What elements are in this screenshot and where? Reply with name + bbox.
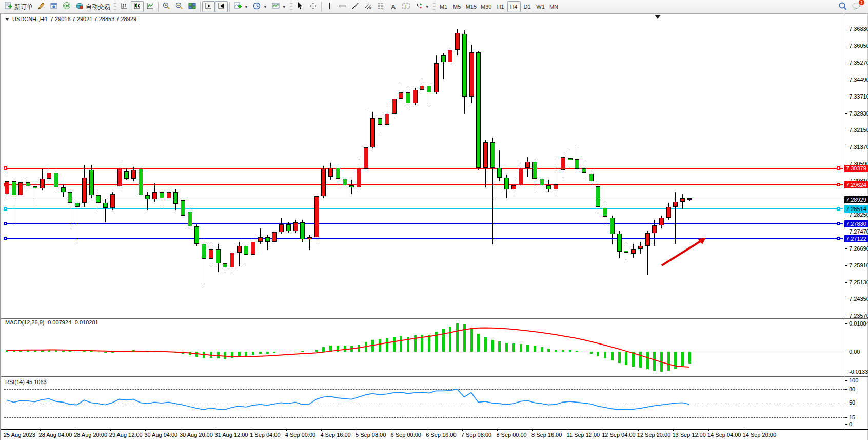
- line-chart-button[interactable]: [144, 1, 156, 12]
- zoom-out-icon: [175, 2, 184, 12]
- arrow-annotation[interactable]: [1, 14, 868, 440]
- toolbar-separator: [321, 2, 322, 12]
- svg-text:T: T: [404, 4, 407, 9]
- templates-button[interactable]: ▼: [269, 1, 288, 12]
- zoom-in-button[interactable]: [160, 1, 173, 12]
- notification-badge: 1: [858, 0, 865, 6]
- vertical-line-icon: [325, 2, 334, 12]
- svg-text:E: E: [369, 7, 371, 10]
- equidistant-channel-icon: E: [364, 2, 372, 12]
- text-label-button[interactable]: T: [400, 1, 412, 12]
- auto-scroll-button[interactable]: [202, 1, 215, 12]
- price-tag: 7.28929: [844, 196, 868, 203]
- dropdown-caret-icon: ▼: [263, 5, 267, 9]
- timeframe-m5-button[interactable]: M5: [450, 1, 464, 12]
- dropdown-caret-icon: ▼: [244, 5, 248, 9]
- toolbar-separator: [200, 2, 201, 12]
- crosshair-icon: [309, 2, 318, 12]
- rsi-label: RSI(14) 45.1063: [5, 379, 47, 385]
- clock-icon: [252, 2, 261, 12]
- chart-styles-button[interactable]: [35, 1, 48, 12]
- candlestick-chart-button[interactable]: [131, 1, 144, 12]
- market-watch-button[interactable]: [48, 1, 61, 12]
- tile-windows-icon: [188, 2, 196, 12]
- svg-text:F: F: [382, 7, 384, 10]
- timeframe-h4-button[interactable]: H4: [507, 1, 521, 12]
- symbol-period-label: USDCNH-,H4: [12, 16, 47, 22]
- bar-chart-icon: [120, 2, 129, 12]
- horizontal-line-button[interactable]: [336, 1, 349, 12]
- cursor-icon: [296, 2, 305, 12]
- search-button[interactable]: [836, 1, 850, 12]
- alerts-button[interactable]: [61, 1, 73, 12]
- chart-plot-area[interactable]: 7.368307.360507.352707.344907.337107.329…: [1, 14, 868, 440]
- bar-chart-button[interactable]: [118, 1, 131, 12]
- price-tag: 7.30379: [844, 165, 868, 172]
- timeframe-m1-button[interactable]: M1: [437, 1, 450, 12]
- toolbar-grip: [114, 2, 116, 12]
- tile-windows-button[interactable]: [186, 1, 199, 12]
- chart-title: USDCNH-,H4 7.29016 7.29021 7.28853 7.289…: [5, 16, 136, 22]
- timeframe-d1-button[interactable]: D1: [521, 1, 534, 12]
- zoom-out-button[interactable]: [173, 1, 186, 12]
- timeframe-h1-button[interactable]: H1: [494, 1, 507, 12]
- chart-window: USDCNH-,H4 7.29016 7.29021 7.28853 7.289…: [0, 14, 868, 440]
- price-tag: 7.28514: [844, 205, 868, 213]
- autotrading-label: 自动交易: [86, 3, 110, 11]
- text-button[interactable]: A: [387, 1, 400, 12]
- auto-scroll-icon: [204, 2, 213, 12]
- indicators-button[interactable]: ▼: [231, 1, 250, 12]
- periods-button[interactable]: ▼: [250, 1, 269, 12]
- trendline-icon: [351, 2, 360, 12]
- text-label-icon: T: [402, 2, 410, 12]
- crayon-icon: [37, 2, 46, 12]
- vertical-line-button[interactable]: [323, 1, 336, 12]
- line-chart-icon: [146, 2, 154, 12]
- timeframe-mn-button[interactable]: MN: [547, 1, 561, 12]
- trendline-button[interactable]: [349, 1, 362, 12]
- zoom-in-icon: [162, 2, 171, 12]
- horizontal-line-icon: [338, 2, 347, 12]
- market-watch-icon: [50, 2, 58, 12]
- ohlc-values: 7.29016 7.29021 7.28853 7.28929: [50, 16, 136, 22]
- toolbar: 新订单 自动交易: [0, 0, 868, 14]
- toolbar-grip: [290, 2, 292, 12]
- mt4-application: 新订单 自动交易: [0, 0, 868, 440]
- arrows-button[interactable]: ▼: [412, 1, 431, 12]
- fibonacci-icon: F: [377, 2, 385, 12]
- indicators-icon: [233, 2, 242, 12]
- equidistant-channel-button[interactable]: E: [362, 1, 374, 12]
- cursor-button[interactable]: [294, 1, 307, 12]
- macd-label: MACD(12,26,9) -0.007924 -0.010281: [5, 319, 98, 326]
- toolbar-grip: [433, 2, 436, 12]
- signal-icon: [63, 2, 71, 12]
- template-icon: [271, 2, 280, 12]
- chart-shift-icon: [217, 2, 226, 12]
- timeframe-w1-button[interactable]: W1: [534, 1, 547, 12]
- candlestick-chart-icon: [133, 2, 142, 12]
- toolbar-separator: [229, 2, 230, 12]
- autotrading-icon: [75, 2, 84, 12]
- chart-shift-button[interactable]: [215, 1, 228, 12]
- toolbar-separator: [158, 2, 159, 12]
- price-tag: 7.27122: [844, 235, 868, 242]
- timeframe-m15-button[interactable]: M15: [464, 1, 479, 12]
- collapse-arrow-icon[interactable]: [5, 18, 9, 21]
- arrows-icon: [415, 2, 423, 12]
- timeframe-m30-button[interactable]: M30: [479, 1, 494, 12]
- new-order-button[interactable]: 新订单: [2, 1, 35, 12]
- autotrading-button[interactable]: 自动交易: [73, 1, 112, 12]
- dropdown-caret-icon: ▼: [282, 5, 286, 9]
- price-tag: 7.27830: [844, 220, 868, 227]
- new-order-label: 新订单: [14, 3, 33, 11]
- text-icon: A: [391, 3, 396, 11]
- crosshair-button[interactable]: [307, 1, 320, 12]
- new-order-icon: [4, 2, 13, 12]
- price-tag: 7.29624: [844, 181, 868, 188]
- fibonacci-button[interactable]: F: [374, 1, 387, 12]
- dropdown-caret-icon: ▼: [425, 5, 429, 9]
- search-icon: [838, 2, 847, 12]
- notifications-button[interactable]: 1: [850, 1, 863, 12]
